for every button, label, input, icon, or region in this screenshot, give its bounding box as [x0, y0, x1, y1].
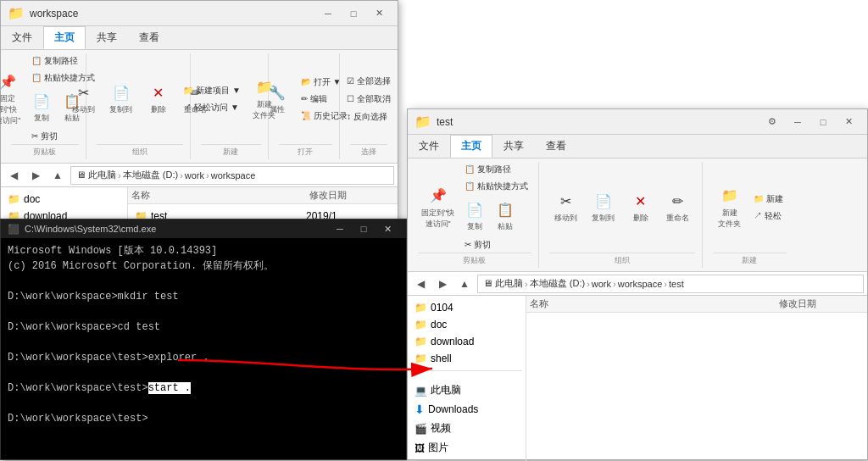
sidebar-item-thispc[interactable]: 💻 此电脑: [411, 380, 522, 400]
win2-paste-shortcut-btn[interactable]: 📋 粘贴快捷方式: [461, 179, 531, 194]
win2-nav-forward[interactable]: ▶: [433, 275, 452, 293]
invert-select-btn[interactable]: ↕ 反向选择: [343, 109, 394, 125]
sidebar-item-shell[interactable]: 📁 shell: [411, 350, 522, 367]
win1-tab-home[interactable]: 主页: [43, 26, 86, 49]
properties-icon: 🔧: [267, 82, 287, 103]
move-to-btn[interactable]: ✂ 移动到: [67, 79, 101, 119]
win1-select-group: ☑ 全部选择 ☐ 全部取消 ↕ 反向选择 选择: [343, 53, 394, 159]
sidebar-item-downloads[interactable]: ⬇ Downloads: [411, 400, 522, 419]
win1-maximize[interactable]: □: [342, 5, 365, 22]
win2-tab-home[interactable]: 主页: [450, 135, 492, 158]
win2-rename-icon: ✏: [668, 191, 688, 211]
cmd-line-10: D:\work\workspace\test>start .: [8, 380, 399, 396]
properties-btn[interactable]: 🔧 属性: [260, 79, 294, 119]
win1-tab-file[interactable]: 文件: [1, 26, 43, 49]
nav-up-btn[interactable]: ▲: [48, 166, 67, 185]
win2-close[interactable]: ✕: [837, 114, 860, 131]
sidebar-item-0104[interactable]: 📁 0104: [411, 299, 522, 316]
win1-tab-share[interactable]: 共享: [86, 26, 128, 49]
copy-to-icon: 📄: [111, 82, 131, 103]
downloads-icon: ⬇: [415, 403, 425, 416]
cmd-window: ⬛ C:\Windows\System32\cmd.exe ─ □ ✕ Micr…: [0, 219, 407, 460]
win2-easy-access-btn[interactable]: ↗ 轻松: [750, 208, 787, 224]
win2-rename-btn[interactable]: ✏ 重命名: [661, 187, 695, 227]
win2-paste-btn[interactable]: 📋 粘贴: [492, 196, 519, 236]
clipboard-label: 剪贴板: [11, 144, 79, 159]
sidebar-item-docs[interactable]: 📄 文档: [411, 458, 522, 461]
nav-forward-btn[interactable]: ▶: [26, 166, 45, 185]
select-label: 选择: [350, 144, 387, 159]
sidebar-item-pictures[interactable]: 🖼 图片: [411, 438, 522, 458]
win2-tab-file[interactable]: 文件: [408, 135, 450, 158]
cmd-content: Microsoft Windows [版本 10.0.14393] (c) 20…: [1, 238, 406, 431]
sidebar-item-doc[interactable]: 📁 doc: [4, 191, 124, 208]
sidebar-separator: [411, 370, 522, 377]
cmd-close[interactable]: ✕: [376, 220, 399, 237]
cmd-icon: ⬛: [8, 224, 19, 235]
copy-icon: 📄: [31, 91, 52, 111]
test-window: 📁 test ⚙ ─ □ ✕ 文件 主页 共享 查看 📌 固定到"快速访问": [407, 108, 868, 460]
win2-copyto-icon: 📄: [593, 191, 614, 211]
delete-btn[interactable]: ✕ 删除: [142, 79, 175, 119]
win2-nav-back[interactable]: ◀: [411, 275, 430, 293]
win1-close[interactable]: ✕: [367, 5, 391, 22]
pictures-icon: 🖼: [415, 442, 425, 454]
win2-maximize[interactable]: □: [811, 114, 835, 131]
cmd-line-12: D:\work\workspace\test>: [8, 411, 399, 426]
win1-address-bar: ◀ ▶ ▲ 🖥 此电脑 › 本地磁盘 (D:) › work › workspa…: [1, 164, 398, 187]
win2-sidebar: 📁 0104 📁 doc 📁 download 📁 shell 💻 此电脑: [408, 296, 526, 461]
win2-tab-view[interactable]: 查看: [535, 135, 577, 158]
win2-file-list: [526, 313, 867, 319]
win1-controls: ─ □ ✕: [316, 5, 391, 22]
win2-move-btn[interactable]: ✂ 移动到: [549, 187, 583, 227]
nav-back-btn[interactable]: ◀: [4, 166, 23, 185]
win1-ribbon-content: 📌 固定到"快速访问" 📋 复制路径 📋 粘贴快捷方式 📄 复制: [1, 50, 398, 163]
win2-new-folder-btn[interactable]: 📁 新建文件夹: [713, 182, 747, 233]
win2-organize-group: ✂ 移动到 📄 复制到 ✕ 删除 ✏ 重命名: [542, 162, 703, 268]
select-all-btn[interactable]: ☑ 全部选择: [343, 74, 394, 89]
win2-tab-share[interactable]: 共享: [492, 135, 535, 158]
deselect-btn[interactable]: ☐ 全部取消: [343, 92, 394, 107]
win2-copy-btn[interactable]: 📄 复制: [461, 196, 488, 236]
sidebar-item-download2[interactable]: 📁 download: [411, 333, 522, 350]
win2-new-item-btn[interactable]: 📁 新建: [750, 192, 787, 207]
win2-ribbon: 文件 主页 共享 查看 📌 固定到"快速访问" 📋 复制路径 📋 粘贴快捷方式: [408, 135, 867, 272]
sidebar-downloads-label: Downloads: [428, 403, 478, 415]
win2-ribbon-content: 📌 固定到"快速访问" 📋 复制路径 📋 粘贴快捷方式 📄 复制: [408, 158, 867, 271]
win1-path[interactable]: 🖥 此电脑 › 本地磁盘 (D:) › work › workspace: [70, 166, 394, 185]
win2-cut-btn[interactable]: ✂ 剪切: [461, 237, 531, 253]
cmd-line-4: D:\work\workspace>mkdir test: [8, 289, 399, 304]
win2-header-date: 修改日期: [779, 297, 864, 310]
win2-path[interactable]: 🖥 此电脑 › 本地磁盘 (D:) › work › workspace › t…: [477, 275, 864, 293]
win2-titlebar: 📁 test ⚙ ─ □ ✕: [408, 109, 867, 135]
win2-nav-up[interactable]: ▲: [455, 275, 474, 293]
copy-btn[interactable]: 📄 复制: [28, 87, 55, 127]
win2-delete-btn[interactable]: ✕ 删除: [624, 187, 658, 227]
win2-copyto-btn[interactable]: 📄 复制到: [587, 187, 620, 227]
cmd-line-11: [8, 396, 399, 411]
easy-access-btn[interactable]: ↗ 轻松访问 ▼: [180, 100, 243, 115]
sidebar-item-video[interactable]: 🎬 视频: [411, 419, 522, 438]
win2-settings[interactable]: ⚙: [760, 114, 784, 131]
win2-copy-path-btn[interactable]: 📋 复制路径: [461, 162, 531, 177]
sidebar-item-doc2[interactable]: 📁 doc: [411, 316, 522, 333]
new-item-btn[interactable]: 📁 新建项目 ▼: [180, 83, 243, 98]
win1-title-area: 📁 workspace: [8, 5, 316, 21]
folder-icon-title: 📁: [8, 5, 25, 21]
win1-pin-btn[interactable]: 📌 固定到"快速访问": [0, 68, 25, 130]
cmd-maximize[interactable]: □: [352, 220, 376, 237]
win2-pin-btn[interactable]: 📌 固定到"快速访问": [418, 182, 458, 233]
win1-minimize[interactable]: ─: [316, 5, 340, 22]
copy-to-btn[interactable]: 📄 复制到: [104, 79, 138, 119]
win2-copy-icon: 📄: [465, 199, 485, 219]
cmd-titlebar: ⬛ C:\Windows\System32\cmd.exe ─ □ ✕: [1, 219, 406, 238]
cmd-minimize[interactable]: ─: [328, 220, 352, 237]
win2-clipboard-label: 剪贴板: [418, 253, 531, 268]
delete-icon: ✕: [148, 82, 169, 103]
win1-titlebar: 📁 workspace ─ □ ✕: [1, 1, 398, 26]
move-icon: ✂: [74, 82, 94, 103]
win2-minimize[interactable]: ─: [786, 114, 810, 131]
cmd-line-5: [8, 304, 399, 319]
win1-props-group: 🔧 属性 📂 打开 ▼ ✏ 编辑 📜 历史记录 打开: [272, 53, 340, 159]
win1-tab-view[interactable]: 查看: [128, 26, 170, 49]
